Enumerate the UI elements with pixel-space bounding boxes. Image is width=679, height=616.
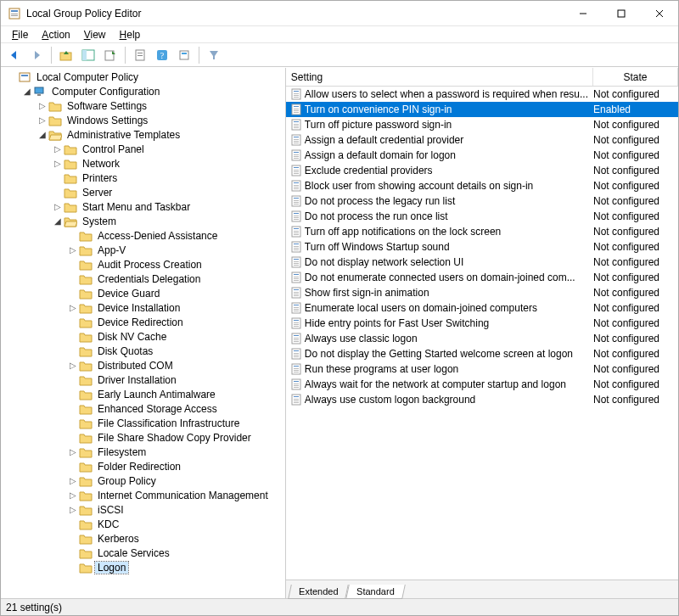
setting-row[interactable]: Allow users to select when a password is…	[286, 87, 678, 102]
setting-row[interactable]: Turn on convenience PIN sign-inEnabled	[286, 102, 678, 117]
close-button[interactable]	[640, 1, 678, 26]
tree-item-label: Network	[80, 158, 122, 170]
setting-row[interactable]: Always use custom logon backgroundNot co…	[286, 392, 678, 407]
tree-file-share-shadow-copy-provider[interactable]: File Share Shadow Copy Provider	[3, 430, 285, 445]
tree-start-menu-taskbar[interactable]: ▷Start Menu and Taskbar	[3, 199, 285, 214]
setting-row[interactable]: Enumerate local users on domain-joined c…	[286, 300, 678, 316]
column-state[interactable]: State	[593, 68, 678, 86]
menu-action[interactable]: Action	[36, 28, 76, 42]
toolbar-forward[interactable]	[26, 46, 47, 64]
setting-row[interactable]: Do not display the Getting Started welco…	[286, 346, 678, 361]
chevron-right-icon[interactable]: ▷	[67, 361, 79, 370]
setting-row[interactable]: Run these programs at user logonNot conf…	[286, 361, 678, 377]
folder-icon	[64, 200, 77, 214]
tree-item-label: Start Menu and Taskbar	[80, 201, 193, 213]
setting-row[interactable]: Hide entry points for Fast User Switchin…	[286, 316, 678, 331]
tree-windows-settings[interactable]: ▷Windows Settings	[3, 113, 285, 127]
chevron-right-icon[interactable]: ▷	[67, 490, 79, 500]
tree-device-installation[interactable]: ▷Device Installation	[3, 300, 285, 315]
tree-app-v[interactable]: ▷App-V	[3, 243, 285, 257]
tree-filesystem[interactable]: ▷Filesystem	[3, 445, 285, 459]
setting-name: Block user from showing account details …	[305, 180, 593, 192]
chevron-right-icon[interactable]: ▷	[67, 505, 79, 514]
svg-marker-51	[80, 406, 92, 414]
setting-row[interactable]: Block user from showing account details …	[286, 178, 678, 193]
toolbar-help[interactable]: ?	[152, 46, 172, 64]
setting-row[interactable]: Assign a default credential providerNot …	[286, 132, 678, 148]
tree-network[interactable]: ▷Network	[3, 156, 285, 171]
toolbar-export-list[interactable]	[100, 46, 121, 64]
setting-row[interactable]: Always wait for the network at computer …	[286, 377, 678, 392]
maximize-button[interactable]	[602, 1, 640, 26]
chevron-down-icon[interactable]: ◢	[21, 87, 33, 96]
toolbar-extra[interactable]	[174, 46, 194, 64]
tree-kerberos[interactable]: Kerberos	[3, 531, 285, 546]
setting-row[interactable]: Do not process the legacy run listNot co…	[286, 193, 678, 209]
policy-tree[interactable]: Local Computer Policy◢Computer Configura…	[1, 68, 285, 598]
tree-control-panel[interactable]: ▷Control Panel	[3, 142, 285, 156]
tree-device-redirection[interactable]: Device Redirection	[3, 315, 285, 329]
tree-enhanced-storage-access[interactable]: Enhanced Storage Access	[3, 401, 285, 416]
setting-row[interactable]: Do not display network selection UINot c…	[286, 255, 678, 270]
tree-folder-redirection[interactable]: Folder Redirection	[3, 459, 285, 473]
tree-administrative-templates[interactable]: ◢Administrative Templates	[3, 127, 285, 142]
tree-distributed-com[interactable]: ▷Distributed COM	[3, 358, 285, 372]
tab-extended[interactable]: Extended	[288, 585, 349, 599]
setting-name: Hide entry points for Fast User Switchin…	[305, 317, 593, 329]
minimize-button[interactable]	[564, 1, 602, 26]
tree-internet-communication-management[interactable]: ▷Internet Communication Management	[3, 488, 285, 502]
chevron-right-icon[interactable]: ▷	[36, 101, 48, 110]
chevron-right-icon[interactable]: ▷	[67, 476, 79, 485]
toolbar-up-folder[interactable]	[56, 46, 76, 64]
menu-view[interactable]: View	[78, 28, 112, 42]
setting-row[interactable]: Turn off picture password sign-inNot con…	[286, 117, 678, 132]
tree-locale-services[interactable]: Locale Services	[3, 546, 285, 560]
menu-file[interactable]: File	[6, 28, 34, 42]
tree-early-launch-antimalware[interactable]: Early Launch Antimalware	[3, 387, 285, 401]
toolbar-show-hide-tree[interactable]	[78, 46, 98, 64]
setting-row[interactable]: Turn off app notifications on the lock s…	[286, 224, 678, 239]
tree-access-denied-assistance[interactable]: Access-Denied Assistance	[3, 228, 285, 243]
chevron-down-icon[interactable]: ◢	[52, 216, 64, 226]
chevron-right-icon[interactable]: ▷	[52, 144, 64, 154]
tree-software-settings[interactable]: ▷Software Settings	[3, 98, 285, 113]
toolbar-filter[interactable]	[204, 46, 224, 64]
setting-row[interactable]: Turn off Windows Startup soundNot config…	[286, 239, 678, 255]
tree-system[interactable]: ◢System	[3, 214, 285, 228]
tree-disk-quotas[interactable]: Disk Quotas	[3, 344, 285, 358]
tree-logon[interactable]: Logon	[3, 560, 285, 574]
toolbar-properties[interactable]	[130, 46, 150, 64]
tab-standard[interactable]: Standard	[346, 585, 406, 599]
chevron-right-icon[interactable]: ▷	[36, 115, 48, 125]
chevron-right-icon[interactable]: ▷	[52, 202, 64, 211]
menu-help[interactable]: Help	[114, 28, 147, 42]
setting-row[interactable]: Always use classic logonNot configured	[286, 331, 678, 346]
tree-kdc[interactable]: KDC	[3, 517, 285, 531]
setting-row[interactable]: Assign a default domain for logonNot con…	[286, 148, 678, 163]
tree-device-guard[interactable]: Device Guard	[3, 286, 285, 300]
chevron-right-icon[interactable]: ▷	[52, 159, 64, 168]
tree-file-classification-infrastructure[interactable]: File Classification Infrastructure	[3, 416, 285, 430]
toolbar-back[interactable]	[4, 46, 25, 64]
tree-driver-installation[interactable]: Driver Installation	[3, 372, 285, 387]
tree-iscsi[interactable]: ▷iSCSI	[3, 502, 285, 517]
tree-audit-process-creation[interactable]: Audit Process Creation	[3, 257, 285, 272]
tree-group-policy[interactable]: ▷Group Policy	[3, 473, 285, 488]
setting-row[interactable]: Show first sign-in animationNot configur…	[286, 285, 678, 300]
chevron-down-icon[interactable]: ◢	[36, 130, 48, 139]
tree-server[interactable]: Server	[3, 185, 285, 199]
setting-row[interactable]: Exclude credential providersNot configur…	[286, 163, 678, 178]
tree-credentials-delegation[interactable]: Credentials Delegation	[3, 272, 285, 286]
tree-root[interactable]: Local Computer Policy	[3, 70, 285, 84]
tree-computer-configuration[interactable]: ◢Computer Configuration	[3, 84, 285, 98]
chevron-right-icon[interactable]: ▷	[67, 447, 79, 456]
setting-row[interactable]: Do not enumerate connected users on doma…	[286, 270, 678, 285]
column-setting[interactable]: Setting	[286, 68, 593, 86]
chevron-right-icon[interactable]: ▷	[67, 245, 79, 255]
settings-list[interactable]: Allow users to select when a password is…	[286, 87, 678, 580]
tree-item-label: Folder Redirection	[95, 461, 183, 473]
chevron-right-icon[interactable]: ▷	[67, 303, 79, 312]
tree-printers[interactable]: Printers	[3, 171, 285, 185]
setting-row[interactable]: Do not process the run once listNot conf…	[286, 209, 678, 224]
tree-disk-nv-cache[interactable]: Disk NV Cache	[3, 329, 285, 344]
